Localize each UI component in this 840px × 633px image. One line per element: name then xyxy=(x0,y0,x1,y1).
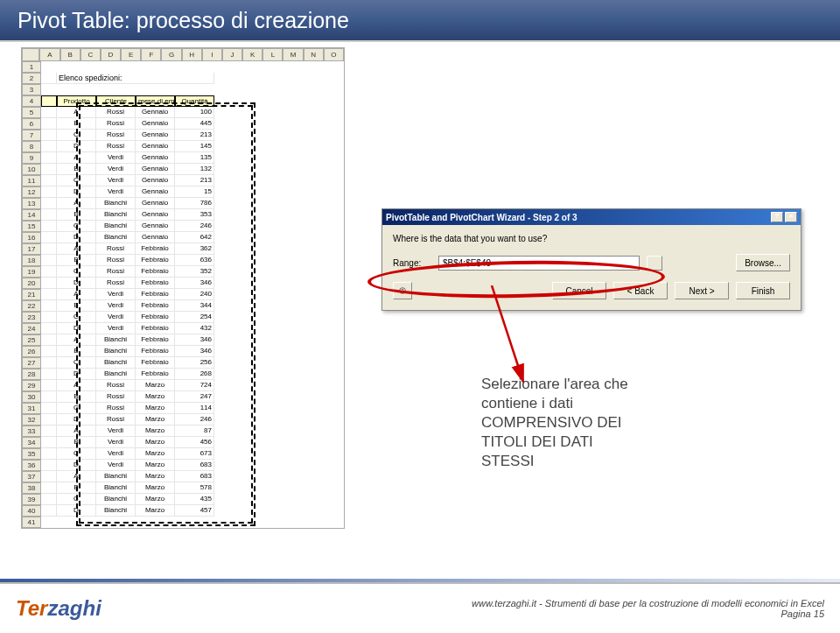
cancel-button[interactable]: Cancel xyxy=(552,282,606,299)
cell: Rossi xyxy=(96,380,136,391)
cell: D xyxy=(57,278,96,289)
cell: Gennaio xyxy=(136,141,175,152)
cell: 145 xyxy=(175,141,214,152)
cell: Marzo xyxy=(136,505,175,517)
cell: Marzo xyxy=(136,414,175,426)
cell xyxy=(41,403,57,414)
cell: 673 xyxy=(175,448,214,460)
cell: mese di emissione xyxy=(136,95,175,107)
cell: B xyxy=(57,437,96,448)
row-number: 32 xyxy=(22,414,41,426)
cell: 246 xyxy=(175,221,214,232)
cell: Marzo xyxy=(136,460,175,471)
logo: Ter zaghi xyxy=(16,596,102,621)
cell: Prodotto xyxy=(57,95,96,107)
cell: 246 xyxy=(175,414,214,426)
column-header: L xyxy=(262,48,283,61)
cell: 432 xyxy=(175,323,214,334)
cell: C xyxy=(57,175,96,186)
row-number: 20 xyxy=(22,278,41,289)
cell: Gennaio xyxy=(136,164,175,175)
slide-titlebar: Pivot Table: processo di creazione xyxy=(0,0,840,42)
cell: Marzo xyxy=(136,437,175,448)
cell xyxy=(41,369,57,380)
cells-area: Elenco spedizioni:ProdottoClientemese di… xyxy=(41,61,344,528)
row-number: 36 xyxy=(22,460,41,471)
cell: 87 xyxy=(175,426,214,437)
cell: Gennaio xyxy=(136,130,175,141)
cell xyxy=(41,175,57,186)
cell: Marzo xyxy=(136,471,175,482)
cell xyxy=(41,460,57,471)
row-number: 5 xyxy=(22,107,41,118)
cell xyxy=(41,221,57,232)
cell: 346 xyxy=(175,278,214,289)
annotation-text: Selezionare l'area che contiene i dati C… xyxy=(481,375,682,471)
cell: 256 xyxy=(175,357,214,369)
column-header: C xyxy=(80,48,101,61)
footer: Ter zaghi www.terzaghi.it - Strumenti di… xyxy=(0,582,840,633)
cell: B xyxy=(57,164,96,175)
cell: Verdi xyxy=(96,300,136,312)
row-number: 22 xyxy=(22,300,41,312)
cell: 435 xyxy=(175,494,214,505)
cell: 213 xyxy=(175,130,214,141)
cell: Gennaio xyxy=(136,186,175,198)
help-button[interactable]: ? xyxy=(393,282,412,299)
cell xyxy=(41,357,57,369)
cell: Verdi xyxy=(96,426,136,437)
row-number: 23 xyxy=(22,312,41,323)
cell: Bianchi xyxy=(96,482,136,494)
cell: Febbraio xyxy=(136,346,175,357)
cell: B xyxy=(57,118,96,130)
cell: Rossi xyxy=(96,130,136,141)
row-number: 40 xyxy=(22,505,41,517)
row-number: 31 xyxy=(22,403,41,414)
cell: C xyxy=(57,130,96,141)
row-number: 30 xyxy=(22,391,41,403)
browse-button[interactable]: Browse... xyxy=(736,254,790,271)
cell: 683 xyxy=(175,460,214,471)
slide-title: Pivot Table: processo di creazione xyxy=(18,8,349,33)
finish-button[interactable]: Finish xyxy=(736,282,790,299)
cell: Febbraio xyxy=(136,278,175,289)
row-numbers: 1234567891011121314151617181920212223242… xyxy=(22,61,41,528)
cell xyxy=(41,494,57,505)
cell: B xyxy=(57,391,96,403)
next-button[interactable]: Next > xyxy=(675,282,729,299)
cell: D xyxy=(57,232,96,243)
cell xyxy=(41,414,57,426)
cell: Marzo xyxy=(136,482,175,494)
row-number: 21 xyxy=(22,289,41,300)
cell: 132 xyxy=(175,164,214,175)
cell: Verdi xyxy=(96,460,136,471)
row-number: 11 xyxy=(22,175,41,186)
row-number: 7 xyxy=(22,130,41,141)
row-number: 34 xyxy=(22,437,41,448)
cell: 114 xyxy=(175,403,214,414)
logo-part2: zaghi xyxy=(47,596,101,621)
back-button[interactable]: < Back xyxy=(613,282,668,299)
cell: Marzo xyxy=(136,380,175,391)
cell xyxy=(41,118,57,130)
dialog-close-button[interactable]: × xyxy=(785,212,797,222)
cell: Gennaio xyxy=(136,209,175,221)
cell: Bianchi xyxy=(96,198,136,209)
cell: Verdi xyxy=(96,312,136,323)
cell: Marzo xyxy=(136,426,175,437)
cell: Cliente xyxy=(96,95,136,107)
cell: Gennaio xyxy=(136,107,175,118)
dialog-help-button[interactable]: ? xyxy=(771,212,783,222)
cell: 268 xyxy=(175,369,214,380)
cell: C xyxy=(57,312,96,323)
range-input[interactable]: $B$4:$E$40 xyxy=(438,256,640,271)
cell: Verdi xyxy=(96,152,136,164)
column-header: E xyxy=(121,48,141,61)
cell: Febbraio xyxy=(136,323,175,334)
spreadsheet: ABCDEFGHIJKLMNO 123456789101112131415161… xyxy=(21,47,345,529)
cell xyxy=(41,278,57,289)
row-number: 39 xyxy=(22,494,41,505)
footer-credits: www.terzaghi.it - Strumenti di base per … xyxy=(472,598,824,608)
cell: Febbraio xyxy=(136,334,175,346)
range-picker-icon[interactable] xyxy=(647,256,662,271)
